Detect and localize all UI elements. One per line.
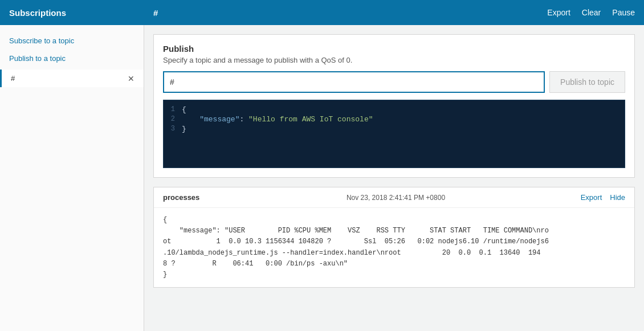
code-line-3: 3 } bbox=[164, 124, 625, 134]
main-panel-title: # bbox=[144, 8, 538, 18]
message-header: processes Nov 23, 2018 2:41:41 PM +0800 … bbox=[154, 187, 634, 208]
publish-panel: Publish Specify a topic and a message to… bbox=[153, 34, 635, 178]
pause-button[interactable]: Pause bbox=[612, 8, 635, 17]
code-editor[interactable]: 1 { 2 "message": "Hello from AWS IoT con… bbox=[163, 100, 625, 168]
line-content-1: { bbox=[182, 105, 186, 114]
active-topic-label: # bbox=[11, 74, 128, 83]
code-line-1: 1 { bbox=[164, 105, 625, 115]
subscribe-to-topic-link[interactable]: Subscribe to a topic bbox=[0, 32, 144, 50]
message-area: processes Nov 23, 2018 2:41:41 PM +0800 … bbox=[153, 187, 635, 288]
main-content: Publish Specify a topic and a message to… bbox=[144, 25, 644, 331]
message-hide-button[interactable]: Hide bbox=[610, 193, 625, 202]
line-num-2: 2 bbox=[164, 115, 182, 123]
line-num-1: 1 bbox=[164, 105, 182, 113]
header-actions: Export Clear Pause bbox=[538, 8, 644, 17]
message-actions: Export Hide bbox=[581, 193, 625, 202]
active-topic-item[interactable]: # ✕ bbox=[0, 70, 144, 87]
line-content-2: "message": "Hello from AWS IoT console" bbox=[182, 115, 373, 124]
publish-subtitle: Specify a topic and a message to publish… bbox=[163, 56, 625, 64]
line-content-3: } bbox=[182, 125, 186, 133]
close-topic-icon[interactable]: ✕ bbox=[128, 75, 134, 83]
line-num-3: 3 bbox=[164, 125, 182, 133]
message-timestamp: Nov 23, 2018 2:41:41 PM +0800 bbox=[211, 194, 580, 202]
message-export-button[interactable]: Export bbox=[581, 193, 602, 202]
publish-title: Publish bbox=[163, 44, 625, 54]
sidebar-title: Subscriptions bbox=[0, 8, 144, 18]
publish-to-topic-button[interactable]: Publish to topic bbox=[549, 71, 625, 93]
sidebar: Subscribe to a topic Publish to a topic … bbox=[0, 25, 144, 331]
export-button[interactable]: Export bbox=[547, 8, 570, 17]
topic-input[interactable] bbox=[163, 71, 545, 93]
publish-row: Publish to topic bbox=[163, 71, 625, 93]
clear-button[interactable]: Clear bbox=[582, 8, 601, 17]
message-topic: processes bbox=[163, 193, 199, 202]
publish-to-topic-link[interactable]: Publish to a topic bbox=[0, 50, 144, 67]
code-line-2: 2 "message": "Hello from AWS IoT console… bbox=[164, 115, 625, 124]
message-body: { "message": "USER PID %CPU %MEM VSZ RSS… bbox=[154, 208, 634, 287]
